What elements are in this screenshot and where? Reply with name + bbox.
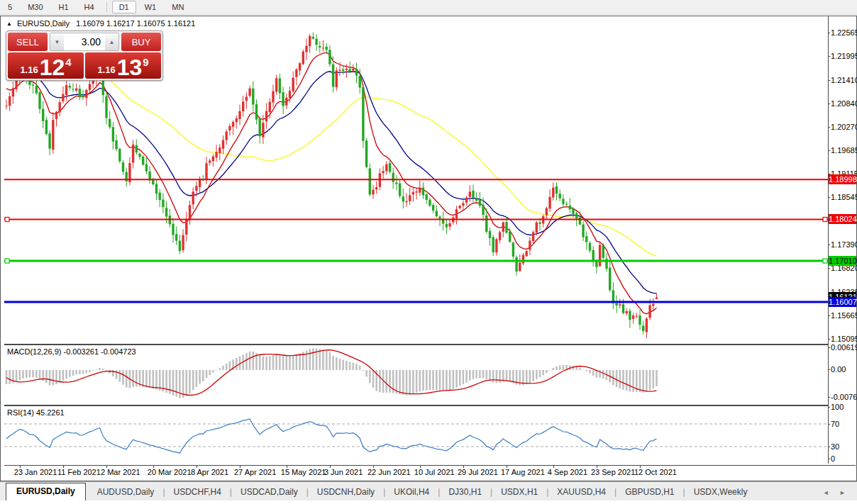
volume-increase-button[interactable]: ▲	[105, 33, 118, 50]
price-axis-tick: 1.18545	[831, 193, 857, 201]
price-axis-tick: 1.15665	[831, 311, 857, 320]
price-axis-tick: 1.19685	[831, 146, 857, 155]
rsi-label: RSI(14) 45.2261	[7, 408, 65, 417]
date-axis-label: 17 Aug 2021	[501, 468, 545, 476]
timeframe-button-m30[interactable]: M30	[21, 1, 50, 13]
date-axis-label: 11 Feb 2021	[57, 468, 101, 476]
timeframe-toolbar: 5M30H1H4D1W1MN	[0, 0, 857, 15]
price-axis-tick: 1.20270	[831, 123, 857, 131]
level-price-label: 1.18024	[829, 214, 856, 224]
level-price-label: 1.16007	[829, 297, 856, 307]
chart-tab-gbpusd[interactable]: GBPUSD,H1	[617, 484, 682, 500]
price-axis-tick: 1.21995	[831, 52, 857, 60]
rsi-panel[interactable]: RSI(14) 45.2261	[4, 405, 828, 466]
chart-tab-usdx[interactable]: USDX,H1	[492, 484, 546, 500]
date-axis-label: 27 Apr 2021	[234, 468, 276, 476]
rsi-axis-tick: 100	[831, 403, 844, 411]
chart-tab-audusd[interactable]: AUDUSD,Daily	[89, 484, 163, 500]
macd-panel[interactable]: MACD(12,26,9) -0.003261 -0.004723	[4, 344, 828, 405]
timeframe-button-d1[interactable]: D1	[112, 1, 136, 13]
macd-axis-tick: -0.007621	[831, 393, 857, 401]
timeframe-button-5[interactable]: 5	[1, 1, 19, 13]
volume-input[interactable]	[64, 33, 105, 50]
buy-button[interactable]: BUY	[121, 33, 161, 51]
date-axis-label: 10 Jul 2021	[414, 468, 455, 476]
macd-axis-tick: 0.006193	[831, 343, 857, 352]
chart-tab-eurusd[interactable]: EURUSD,Daily	[6, 483, 86, 500]
price-axis-tick: 1.15095	[831, 335, 857, 343]
price-axis-tick: 1.17390	[831, 240, 857, 249]
level-price-label: 1.18998	[829, 174, 856, 184]
timeframe-button-w1[interactable]: W1	[138, 1, 164, 13]
rsi-axis-tick: 30	[831, 442, 839, 451]
volume-control: ▼ ▲	[50, 33, 119, 51]
volume-decrease-button[interactable]: ▼	[50, 33, 64, 50]
date-axis[interactable]: 23 Jan 202111 Feb 20212 Mar 202120 Mar 2…	[4, 465, 856, 480]
price-axis-tick: 1.21410	[831, 76, 857, 84]
rsi-axis-tick: 70	[831, 420, 839, 428]
chart-tab-usdcad[interactable]: USDCAD,Daily	[232, 484, 306, 500]
date-axis-label: 23 Jan 2021	[14, 468, 57, 476]
chart-tab-usdcnh[interactable]: USDCNH,Daily	[309, 484, 383, 500]
price-axis-tick: 1.22565	[831, 28, 857, 37]
rsi-plot	[4, 406, 828, 465]
chart-tab-dj30[interactable]: DJ30,H1	[440, 484, 490, 500]
timeframe-button-h4[interactable]: H4	[77, 1, 101, 13]
chart-tab-bar: EURUSD,DailyAUDUSD,Daily|USDCHF,H4|USDCA…	[0, 481, 857, 500]
date-axis-label: 3 Jun 2021	[324, 468, 363, 476]
level-price-label: 1.17010	[829, 256, 856, 266]
date-axis-label: 15 May 2021	[281, 468, 326, 476]
chart-window[interactable]: ▲ EURUSD,Daily 1.16079 1.16217 1.16075 1…	[0, 16, 857, 481]
date-axis-label: 23 Sep 2021	[591, 468, 635, 476]
one-click-trading-widget: SELL ▼ ▲ BUY 1.16124 1.16139	[6, 30, 163, 81]
sell-button[interactable]: SELL	[8, 33, 48, 51]
date-axis-label: 29 Jul 2021	[458, 468, 498, 476]
timeframe-button-h1[interactable]: H1	[52, 1, 76, 13]
chart-tab-usdchf[interactable]: USDCHF,H4	[165, 484, 230, 500]
price-axis-tick: 1.20840	[831, 99, 857, 108]
mt4-terminal: 5M30H1H4D1W1MN ▲ EURUSD,Daily 1.16079 1.…	[0, 0, 857, 504]
date-axis-label: 20 Mar 2021	[148, 468, 192, 476]
macd-label: MACD(12,26,9) -0.003261 -0.004723	[7, 347, 136, 356]
tab-scroll-arrows[interactable]: ◄ ►	[816, 489, 857, 500]
timeframe-button-mn[interactable]: MN	[165, 1, 191, 13]
toolbar-separator	[106, 2, 107, 12]
date-axis-label: 2 Mar 2021	[101, 468, 140, 476]
chart-tab-xauusd[interactable]: XAUUSD,H4	[548, 484, 614, 500]
price-axis[interactable]: 1.225651.219951.214101.208401.202701.196…	[828, 16, 856, 464]
chart-tab-ukoil[interactable]: UKOil,H4	[385, 484, 438, 500]
buy-price-display[interactable]: 1.16139	[85, 52, 161, 79]
date-axis-label: 22 Jun 2021	[367, 468, 411, 476]
date-axis-label: 4 Sep 2021	[548, 468, 587, 476]
date-axis-label: 8 Apr 2021	[191, 468, 228, 476]
sell-price-display[interactable]: 1.16124	[8, 52, 84, 79]
chart-tab-usdx[interactable]: USDX,Weekly	[685, 484, 756, 500]
rsi-axis-tick: 0	[831, 454, 835, 463]
macd-axis-tick: 0.00	[831, 365, 846, 374]
date-axis-label: 12 Oct 2021	[634, 468, 677, 476]
